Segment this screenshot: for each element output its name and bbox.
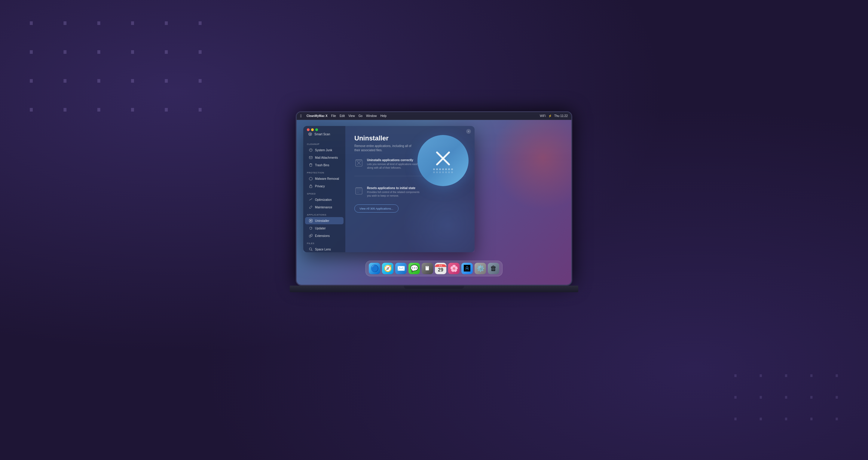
menubar-left:  CleanMyMac X File Edit View Go Window … [300,114,386,118]
optimization-label: Optimization [315,198,332,202]
menubar:  CleanMyMac X File Edit View Go Window … [297,112,571,120]
sidebar-item-uninstaller[interactable]: Uninstaller [305,217,344,224]
menu-edit[interactable]: Edit [340,114,345,118]
svg-rect-10 [309,235,311,237]
sidebar-item-trash-bins[interactable]: Trash Bins [305,161,344,168]
page-subtitle: Remove entire applications, including al… [354,144,414,152]
privacy-label: Privacy [315,185,325,188]
extensions-label: Extensions [315,234,330,238]
app-icon-dot [436,172,438,173]
dock: 🔵 🧭 ✉️ 💬 🖩 JUL 29 [366,261,502,276]
apple-logo-icon:  [300,114,302,118]
svg-line-13 [311,250,312,251]
app-icon-dot [448,168,450,170]
privacy-icon [309,184,313,188]
laptop-screen:  CleanMyMac X File Edit View Go Window … [296,111,572,286]
mail-attachments-label: Mail Attachments [315,156,338,159]
sidebar-item-malware-removal[interactable]: Malware Removal [305,175,344,182]
sidebar-item-space-lens[interactable]: Space Lens [305,246,344,252]
app-icon-dot [436,168,438,170]
svg-point-1 [310,133,311,135]
section-files: Files [303,240,345,246]
resets-icon [355,187,363,195]
view-all-button[interactable]: View All 305 Applications... [354,205,399,213]
dock-item-safari[interactable]: 🧭 [382,263,394,274]
dock-item-messages[interactable]: 💬 [408,263,420,274]
maximize-traffic-light[interactable] [315,128,318,131]
sidebar-item-mail-attachments[interactable]: Mail Attachments [305,154,344,161]
malware-removal-label: Malware Removal [315,177,339,180]
uninstalls-correctly-icon [355,159,363,167]
menu-app-name[interactable]: CleanMyMac X [307,114,328,118]
svg-rect-4 [310,164,312,166]
sidebar-item-maintenance[interactable]: Maintenance [305,204,344,211]
app-icon-dot [439,172,441,173]
panel-close-button[interactable]: × [466,129,471,134]
feature-1-text: Uninstalls applications correctly Lets y… [367,158,421,170]
section-applications: Applications [303,211,345,217]
system-junk-icon [309,148,313,152]
feature-1-desc: Lets you remove all kind of applications… [367,163,421,170]
feature-item-resets: Resets applications to initial state Pro… [354,186,466,198]
dock-item-mail[interactable]: ✉️ [395,263,407,274]
dock-item-cleanmymac[interactable]: 🌸 [448,263,460,274]
sidebar-item-system-junk[interactable]: System Junk [305,146,344,154]
sidebar-item-updater[interactable]: Updater [305,224,344,232]
menu-go[interactable]: Go [359,114,363,118]
feature-2-icon-box [354,186,363,195]
sidebar-item-optimization[interactable]: Optimization [305,196,344,203]
laptop:  CleanMyMac X File Edit View Go Window … [269,111,599,337]
dock-item-system-preferences[interactable]: ⚙️ [474,263,486,274]
svg-rect-22 [356,160,362,161]
trash-bins-icon [309,163,313,167]
app-icon-dot [445,172,447,173]
wifi-icon: WiFi [540,114,546,118]
app-icon-dot [442,168,444,170]
sidebar-item-smart-scan[interactable]: Smart Scan [305,130,344,138]
menubar-right: WiFi ⚡ Thu 11:22 [540,114,568,118]
main-content-panel: × Uninstaller Remove entire applications… [345,126,474,252]
app-icon-dot [439,168,441,170]
svg-rect-6 [310,186,312,188]
feature-2-title: Resets applications to initial state [367,186,421,190]
system-junk-label: System Junk [315,149,332,152]
menu-help[interactable]: Help [380,114,387,118]
close-traffic-light[interactable] [307,128,310,131]
battery-icon: ⚡ [548,114,552,118]
smart-scan-icon [308,132,312,136]
malware-removal-icon [309,177,313,181]
bg-decoration-tl: · · · · · ·· · · · · ·· · · · · ·· · · ·… [24,9,210,124]
laptop-hinge [404,286,464,288]
dock-item-calendar[interactable]: JUL 29 [435,263,446,274]
app-icon-dot [451,168,453,170]
mail-attachments-icon [309,155,313,160]
section-cleanup: Cleanup [303,141,345,146]
cleanmymac-window: Smart Scan Cleanup System Junk [303,126,474,252]
extensions-icon [309,234,313,238]
feature-1-title: Uninstalls applications correctly [367,158,421,162]
menu-window[interactable]: Window [366,114,377,118]
sidebar-item-extensions[interactable]: Extensions [305,232,344,239]
app-icon-dot [433,168,435,170]
updater-label: Updater [315,227,326,230]
dock-item-appstore[interactable]: 🅰 [461,263,473,274]
section-protection: Protection [303,169,345,175]
app-x-icon [433,148,454,169]
feature-2-desc: Provides full control of the related com… [367,191,421,198]
app-icon-circle [417,135,469,186]
minimize-traffic-light[interactable] [311,128,314,131]
bg-decoration-br: · · · · ·· · · · ·· · · · · [730,365,844,430]
uninstaller-label: Uninstaller [315,219,329,222]
app-icon-dot [433,172,435,173]
sidebar: Smart Scan Cleanup System Junk [303,126,345,252]
section-speed: Speed [303,190,345,196]
trash-bins-label: Trash Bins [315,163,329,167]
dock-item-finder[interactable]: 🔵 [369,263,380,274]
menu-file[interactable]: File [331,114,336,118]
dock-item-calculator[interactable]: 🖩 [422,263,433,274]
uninstaller-icon [309,219,313,223]
app-icon-dot [448,172,450,173]
menu-view[interactable]: View [348,114,355,118]
dock-item-trash[interactable]: 🗑 [488,263,499,274]
sidebar-item-privacy[interactable]: Privacy [305,183,344,190]
